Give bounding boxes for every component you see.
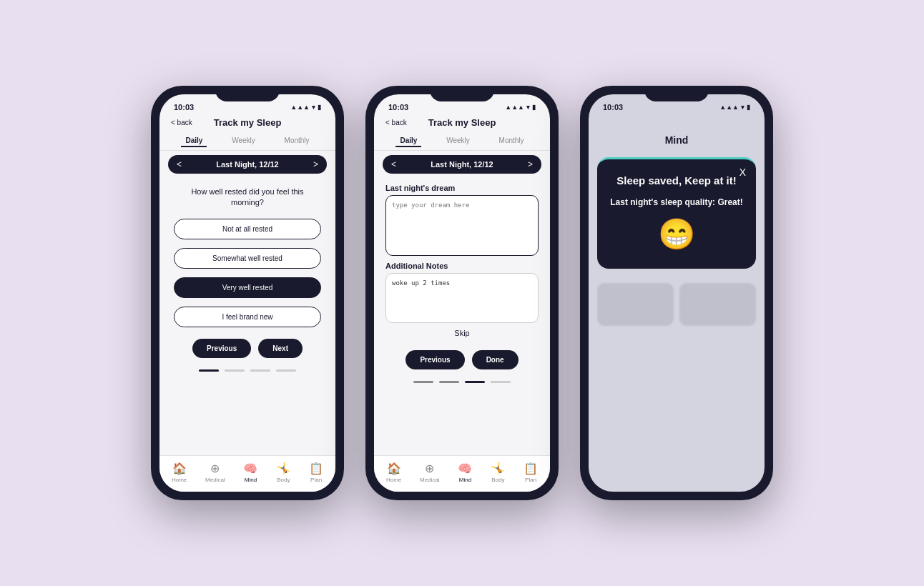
phone-2-date-prev[interactable]: < [391,159,396,169]
signal-icon: ▲▲▲ [290,104,310,111]
phone-1-question: How well rested did you feel this mornin… [159,178,335,214]
dot-1 [199,369,219,372]
phone-1-progress [159,365,335,376]
p2-dot-2 [439,381,459,383]
skip-btn[interactable]: Skip [374,323,550,343]
blurred-content [589,277,765,332]
signal-icon-3: ▲▲▲ [719,104,739,111]
plan-icon: 📋 [309,462,323,475]
phone-1-prev-btn[interactable]: Previous [192,339,251,358]
phone-2-back-btn[interactable]: < back [385,119,407,126]
home-icon: 🏠 [172,462,187,475]
notes-label: Additional Notes [374,256,550,273]
phone-1-tab-bar: Daily Weekly Monthly [159,132,335,151]
phone-1-date-text: Last Night, 12/12 [216,160,278,169]
phone-2: 10:03 ▲▲▲ ▾ ▮ < back Track my Sleep Dail… [365,86,559,500]
phones-container: 10:03 ▲▲▲ ▾ ▮ < back Track my Sleep Dail… [137,57,787,529]
phone-3-time: 10:03 [603,103,623,111]
phone-1-nav-plan[interactable]: 📋 Plan [309,462,323,483]
phone-1-nav-body[interactable]: 🤸 Body [276,462,290,483]
blur-box-2 [679,283,756,326]
phone-2-date-nav: < Last Night, 12/12 > [383,155,541,174]
p2-home-icon: 🏠 [387,462,401,475]
phone-2-nav-body[interactable]: 🤸 Body [491,462,505,483]
phone-2-inner: 10:03 ▲▲▲ ▾ ▮ < back Track my Sleep Dail… [374,94,550,492]
phone-2-tab-weekly[interactable]: Weekly [442,135,474,147]
phone-1-time: 10:03 [174,103,194,111]
phone-1-tab-weekly[interactable]: Weekly [227,135,260,147]
phone-1-date-prev[interactable]: < [177,159,182,169]
close-btn[interactable]: X [739,167,746,178]
notes-input[interactable]: woke up 2 times [385,273,539,323]
phone-3-notch [644,86,709,101]
phone-3-inner: 10:03 ▲▲▲ ▾ ▮ Mind X Sleep saved, Keep a… [589,94,765,492]
phone-1-nav-mind[interactable]: 🧠 Mind [243,462,257,483]
dream-label: Last night's dream [374,178,550,195]
phone-1-bottom-nav: 🏠 Home ⊕ Medical 🧠 Mind 🤸 Body 📋 P [159,455,335,492]
phone-1-next-btn[interactable]: Next [258,339,303,358]
phone-1-option-3[interactable]: Very well rested [174,277,321,298]
p2-home-label: Home [386,477,401,483]
phone-1: 10:03 ▲▲▲ ▾ ▮ < back Track my Sleep Dail… [151,86,344,500]
mind-label: Mind [245,477,257,483]
phone-3: 10:03 ▲▲▲ ▾ ▮ Mind X Sleep saved, Keep a… [580,86,773,500]
phone-2-date-text: Last Night, 12/12 [431,160,493,169]
phone-1-signal-icons: ▲▲▲ ▾ ▮ [290,104,321,111]
p2-medical-label: Medical [420,477,440,483]
medical-icon: ⊕ [210,462,220,475]
phone-2-bottom-nav: 🏠 Home ⊕ Medical 🧠 Mind 🤸 Body 📋 P [374,455,550,492]
success-card: X Sleep saved, Keep at it! Last night's … [597,157,756,269]
phone-1-nav-home[interactable]: 🏠 Home [172,462,187,483]
phone-1-option-1[interactable]: Not at all rested [174,219,321,239]
phone-1-date-nav: < Last Night, 12/12 > [168,155,327,174]
phone-1-option-2[interactable]: Somewhat well rested [174,248,321,269]
body-label: Body [277,477,290,483]
p2-plan-icon: 📋 [524,462,538,475]
p2-medical-icon: ⊕ [425,462,434,475]
p2-dot-1 [413,381,433,383]
mind-icon: 🧠 [243,462,257,475]
phone-1-nav-medical[interactable]: ⊕ Medical [205,462,225,483]
phone-2-title: Track my Sleep [428,117,496,128]
plan-label: Plan [310,477,322,483]
phone-1-option-4[interactable]: I feel brand new [174,307,321,327]
battery-icon: ▮ [318,104,321,111]
phone-2-nav-home[interactable]: 🏠 Home [386,462,401,483]
phone-2-date-next[interactable]: > [528,159,533,169]
phone-2-tab-daily[interactable]: Daily [395,135,421,147]
phone-1-notch [215,86,280,101]
phone-2-done-btn[interactable]: Done [472,350,518,369]
p2-dot-4 [491,381,511,383]
phone-2-nav-medical[interactable]: ⊕ Medical [420,462,440,483]
phone-2-nav-plan[interactable]: 📋 Plan [524,462,538,483]
phone-1-tab-daily[interactable]: Daily [181,135,207,147]
phone-3-title: Mind [589,114,765,152]
wifi-icon-3: ▾ [741,104,744,111]
phone-2-progress [374,377,550,387]
p2-plan-label: Plan [525,477,536,483]
dot-3 [250,369,270,372]
p2-dot-3 [465,381,485,383]
phone-2-notch [430,86,494,101]
phone-2-tab-monthly[interactable]: Monthly [495,135,529,147]
success-subtitle: Last night's sleep quality: Great! [609,197,744,209]
phone-2-nav-mind[interactable]: 🧠 Mind [458,462,472,483]
wifi-icon-2: ▾ [526,104,530,111]
battery-icon-3: ▮ [747,104,750,111]
phone-2-tab-bar: Daily Weekly Monthly [374,132,550,151]
phone-2-prev-btn[interactable]: Previous [406,350,464,369]
wifi-icon: ▾ [312,104,315,111]
signal-icon-2: ▲▲▲ [505,104,524,111]
p2-body-label: Body [491,477,504,483]
medical-label: Medical [205,477,225,483]
phone-1-back-btn[interactable]: < back [171,119,192,126]
body-icon: 🤸 [276,462,290,475]
phone-2-time: 10:03 [388,103,408,111]
home-label: Home [172,477,187,483]
p2-mind-icon: 🧠 [458,462,472,475]
p2-mind-label: Mind [459,477,471,483]
phone-1-header: < back Track my Sleep [159,114,335,132]
phone-1-tab-monthly[interactable]: Monthly [280,135,314,147]
dream-input[interactable] [385,195,539,256]
phone-1-date-next[interactable]: > [313,159,318,169]
